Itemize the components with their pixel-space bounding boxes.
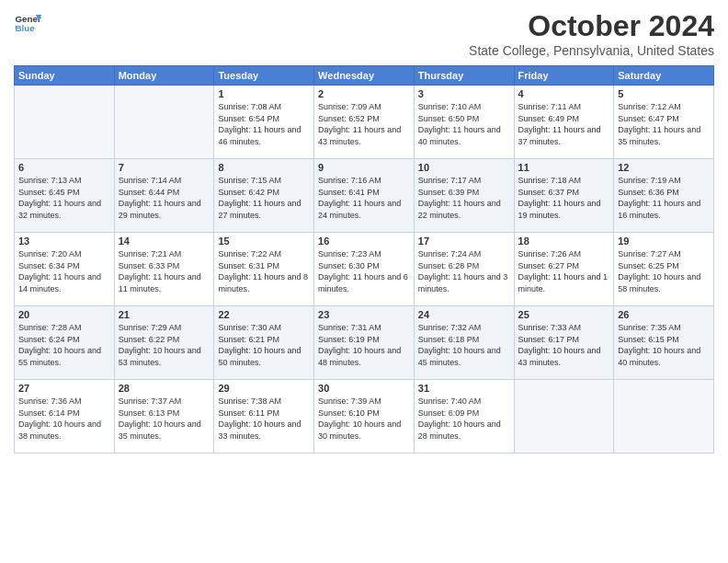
day-info: Sunrise: 7:22 AMSunset: 6:31 PMDaylight:… <box>218 248 310 294</box>
day-number: 15 <box>218 236 310 247</box>
day-info: Sunrise: 7:09 AMSunset: 6:52 PMDaylight:… <box>318 101 410 147</box>
day-info: Sunrise: 7:23 AMSunset: 6:30 PMDaylight:… <box>318 248 410 294</box>
day-number: 2 <box>318 88 410 99</box>
day-header-tuesday: Tuesday <box>214 66 314 86</box>
day-info: Sunrise: 7:28 AMSunset: 6:24 PMDaylight:… <box>18 322 110 368</box>
day-number: 1 <box>218 88 310 99</box>
day-cell: 6Sunrise: 7:13 AMSunset: 6:45 PMDaylight… <box>15 159 115 233</box>
day-cell: 8Sunrise: 7:15 AMSunset: 6:42 PMDaylight… <box>214 159 314 233</box>
day-info: Sunrise: 7:29 AMSunset: 6:22 PMDaylight:… <box>119 322 210 368</box>
day-info: Sunrise: 7:39 AMSunset: 6:10 PMDaylight:… <box>318 396 410 442</box>
week-row-3: 13Sunrise: 7:20 AMSunset: 6:34 PMDayligh… <box>15 233 714 306</box>
week-row-2: 6Sunrise: 7:13 AMSunset: 6:45 PMDaylight… <box>15 159 714 233</box>
day-cell: 31Sunrise: 7:40 AMSunset: 6:09 PMDayligh… <box>414 380 514 454</box>
day-number: 3 <box>418 88 510 99</box>
day-info: Sunrise: 7:33 AMSunset: 6:17 PMDaylight:… <box>518 322 610 368</box>
day-cell: 9Sunrise: 7:16 AMSunset: 6:41 PMDaylight… <box>314 159 415 233</box>
week-row-5: 27Sunrise: 7:36 AMSunset: 6:14 PMDayligh… <box>15 380 714 454</box>
day-cell <box>514 380 614 454</box>
day-info: Sunrise: 7:19 AMSunset: 6:36 PMDaylight:… <box>618 175 710 221</box>
day-cell <box>614 380 714 454</box>
day-cell <box>15 86 115 159</box>
day-info: Sunrise: 7:26 AMSunset: 6:27 PMDaylight:… <box>518 248 610 294</box>
day-cell: 18Sunrise: 7:26 AMSunset: 6:27 PMDayligh… <box>514 233 614 306</box>
day-info: Sunrise: 7:24 AMSunset: 6:28 PMDaylight:… <box>418 248 510 294</box>
day-number: 29 <box>218 383 310 394</box>
day-cell: 21Sunrise: 7:29 AMSunset: 6:22 PMDayligh… <box>114 306 214 380</box>
day-cell: 4Sunrise: 7:11 AMSunset: 6:49 PMDaylight… <box>514 86 614 159</box>
day-number: 4 <box>518 88 610 99</box>
day-number: 24 <box>418 309 510 320</box>
day-info: Sunrise: 7:32 AMSunset: 6:18 PMDaylight:… <box>418 322 510 368</box>
day-number: 12 <box>618 162 710 173</box>
day-number: 30 <box>318 383 410 394</box>
day-info: Sunrise: 7:27 AMSunset: 6:25 PMDaylight:… <box>618 248 710 294</box>
day-cell: 16Sunrise: 7:23 AMSunset: 6:30 PMDayligh… <box>314 233 415 306</box>
day-cell: 26Sunrise: 7:35 AMSunset: 6:15 PMDayligh… <box>614 306 714 380</box>
day-number: 5 <box>618 88 710 99</box>
day-info: Sunrise: 7:35 AMSunset: 6:15 PMDaylight:… <box>618 322 710 368</box>
day-cell: 7Sunrise: 7:14 AMSunset: 6:44 PMDaylight… <box>114 159 214 233</box>
day-info: Sunrise: 7:30 AMSunset: 6:21 PMDaylight:… <box>218 322 310 368</box>
day-header-sunday: Sunday <box>15 66 115 86</box>
title-block: October 2024 State College, Pennsylvania… <box>469 9 714 58</box>
day-info: Sunrise: 7:18 AMSunset: 6:37 PMDaylight:… <box>518 175 610 221</box>
day-cell: 3Sunrise: 7:10 AMSunset: 6:50 PMDaylight… <box>414 86 514 159</box>
week-row-1: 1Sunrise: 7:08 AMSunset: 6:54 PMDaylight… <box>15 86 714 159</box>
day-number: 21 <box>119 309 210 320</box>
day-info: Sunrise: 7:37 AMSunset: 6:13 PMDaylight:… <box>119 396 210 442</box>
day-number: 11 <box>518 162 610 173</box>
day-info: Sunrise: 7:21 AMSunset: 6:33 PMDaylight:… <box>119 248 210 294</box>
svg-text:Blue: Blue <box>16 23 36 33</box>
day-number: 10 <box>418 162 510 173</box>
day-info: Sunrise: 7:31 AMSunset: 6:19 PMDaylight:… <box>318 322 410 368</box>
day-cell: 13Sunrise: 7:20 AMSunset: 6:34 PMDayligh… <box>15 233 115 306</box>
day-cell: 10Sunrise: 7:17 AMSunset: 6:39 PMDayligh… <box>414 159 514 233</box>
month-title: October 2024 <box>469 9 714 43</box>
page: General Blue October 2024 State College,… <box>0 0 728 563</box>
day-info: Sunrise: 7:15 AMSunset: 6:42 PMDaylight:… <box>218 175 310 221</box>
day-cell: 29Sunrise: 7:38 AMSunset: 6:11 PMDayligh… <box>214 380 314 454</box>
day-number: 25 <box>518 309 610 320</box>
day-cell: 23Sunrise: 7:31 AMSunset: 6:19 PMDayligh… <box>314 306 415 380</box>
day-number: 22 <box>218 309 310 320</box>
day-number: 31 <box>418 383 510 394</box>
day-number: 6 <box>18 162 110 173</box>
days-header-row: SundayMondayTuesdayWednesdayThursdayFrid… <box>15 66 714 86</box>
day-cell: 28Sunrise: 7:37 AMSunset: 6:13 PMDayligh… <box>114 380 214 454</box>
location: State College, Pennsylvania, United Stat… <box>469 43 714 58</box>
day-info: Sunrise: 7:16 AMSunset: 6:41 PMDaylight:… <box>318 175 410 221</box>
day-cell: 1Sunrise: 7:08 AMSunset: 6:54 PMDaylight… <box>214 86 314 159</box>
day-cell: 24Sunrise: 7:32 AMSunset: 6:18 PMDayligh… <box>414 306 514 380</box>
day-info: Sunrise: 7:08 AMSunset: 6:54 PMDaylight:… <box>218 101 310 147</box>
day-number: 27 <box>18 383 110 394</box>
day-cell: 19Sunrise: 7:27 AMSunset: 6:25 PMDayligh… <box>614 233 714 306</box>
day-cell: 5Sunrise: 7:12 AMSunset: 6:47 PMDaylight… <box>614 86 714 159</box>
day-info: Sunrise: 7:12 AMSunset: 6:47 PMDaylight:… <box>618 101 710 147</box>
day-info: Sunrise: 7:10 AMSunset: 6:50 PMDaylight:… <box>418 101 510 147</box>
day-number: 8 <box>218 162 310 173</box>
day-number: 28 <box>119 383 210 394</box>
day-info: Sunrise: 7:36 AMSunset: 6:14 PMDaylight:… <box>18 396 110 442</box>
day-header-saturday: Saturday <box>614 66 714 86</box>
header: General Blue October 2024 State College,… <box>14 9 714 58</box>
logo-icon: General Blue <box>14 9 41 37</box>
day-header-monday: Monday <box>114 66 214 86</box>
day-info: Sunrise: 7:14 AMSunset: 6:44 PMDaylight:… <box>119 175 210 221</box>
day-cell: 25Sunrise: 7:33 AMSunset: 6:17 PMDayligh… <box>514 306 614 380</box>
day-number: 13 <box>18 236 110 247</box>
day-cell: 12Sunrise: 7:19 AMSunset: 6:36 PMDayligh… <box>614 159 714 233</box>
day-header-friday: Friday <box>514 66 614 86</box>
day-info: Sunrise: 7:20 AMSunset: 6:34 PMDaylight:… <box>18 248 110 294</box>
logo: General Blue <box>14 9 45 37</box>
day-cell: 22Sunrise: 7:30 AMSunset: 6:21 PMDayligh… <box>214 306 314 380</box>
day-cell: 30Sunrise: 7:39 AMSunset: 6:10 PMDayligh… <box>314 380 415 454</box>
calendar-table: SundayMondayTuesdayWednesdayThursdayFrid… <box>14 65 714 454</box>
day-info: Sunrise: 7:40 AMSunset: 6:09 PMDaylight:… <box>418 396 510 442</box>
day-header-thursday: Thursday <box>414 66 514 86</box>
day-header-wednesday: Wednesday <box>314 66 415 86</box>
day-cell: 20Sunrise: 7:28 AMSunset: 6:24 PMDayligh… <box>15 306 115 380</box>
day-info: Sunrise: 7:38 AMSunset: 6:11 PMDaylight:… <box>218 396 310 442</box>
day-info: Sunrise: 7:11 AMSunset: 6:49 PMDaylight:… <box>518 101 610 147</box>
day-cell: 15Sunrise: 7:22 AMSunset: 6:31 PMDayligh… <box>214 233 314 306</box>
